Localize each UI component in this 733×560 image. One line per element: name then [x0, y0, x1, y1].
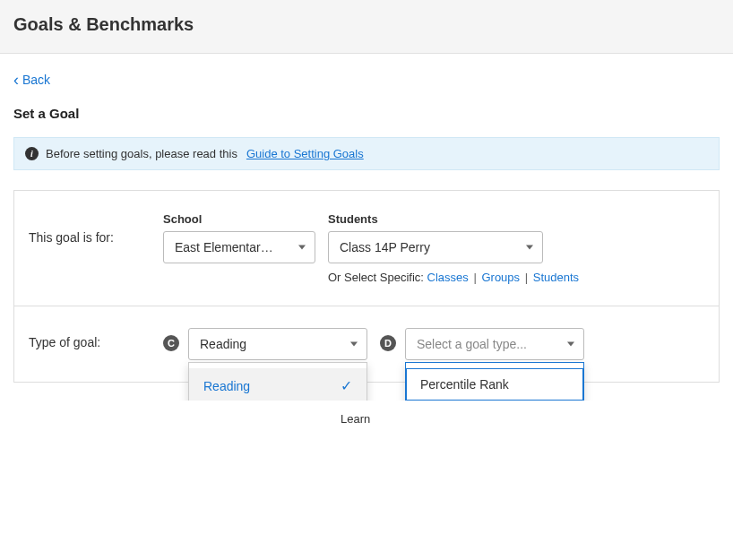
info-icon: i — [25, 147, 39, 160]
caret-down-icon — [567, 342, 574, 347]
students-label: Students — [328, 212, 579, 226]
goal-subject-dropdown[interactable]: Reading Reading ✓ Reading Spanish — [188, 328, 367, 360]
page-title: Goals & Benchmarks — [13, 14, 720, 35]
school-field: School East Elementary Sch… — [163, 212, 315, 263]
back-label: Back — [22, 73, 50, 87]
goal-subject-value: Reading — [200, 337, 246, 351]
caret-down-icon — [298, 246, 306, 250]
type-option-percentile[interactable]: Percentile Rank — [406, 368, 583, 401]
goal-for-label: This goal is for: — [29, 212, 163, 245]
school-label: School — [163, 212, 315, 226]
select-specific: Or Select Specific: Classes | Groups | S… — [328, 271, 579, 284]
school-dropdown[interactable]: East Elementary Sch… — [163, 231, 315, 263]
check-icon: ✓ — [341, 377, 352, 394]
badge-c: C — [163, 335, 179, 351]
back-link[interactable]: ‹ Back — [13, 72, 50, 88]
students-field: Students Class 14P Perry Or Select Speci… — [328, 212, 579, 284]
badge-d: D — [380, 335, 396, 351]
guide-link[interactable]: Guide to Setting Goals — [246, 147, 364, 160]
students-dropdown[interactable]: Class 14P Perry — [328, 231, 543, 263]
goal-type-placeholder: Select a goal type... — [417, 337, 527, 351]
subtitle: Set a Goal — [13, 106, 720, 121]
students-value: Class 14P Perry — [340, 240, 430, 254]
school-value: East Elementary Sch… — [175, 240, 278, 254]
goal-panel: This goal is for: School East Elementary… — [13, 190, 720, 383]
groups-link[interactable]: Groups — [481, 271, 520, 284]
type-of-goal-row: Type of goal: C Reading Reading ✓ — [14, 306, 719, 382]
header-bar: Goals & Benchmarks — [0, 0, 733, 54]
caret-down-icon — [526, 246, 533, 250]
students-link[interactable]: Students — [533, 271, 579, 284]
goal-type-dropdown[interactable]: Select a goal type... Percentile Rank Sc… — [405, 328, 584, 360]
info-banner: i Before setting goals, please read this… — [13, 137, 720, 170]
goal-option-reading[interactable]: Reading ✓ — [189, 368, 366, 401]
caret-down-icon — [350, 342, 358, 347]
content-area: ‹ Back Set a Goal i Before setting goals… — [0, 54, 733, 401]
goal-type-menu: Percentile Rank Scaled Score Unified SGP… — [405, 362, 584, 401]
chevron-left-icon: ‹ — [13, 72, 19, 88]
classes-link[interactable]: Classes — [427, 271, 469, 284]
goal-subject-menu: Reading ✓ Reading Spanish Math Math Span… — [188, 362, 367, 401]
info-text: Before setting goals, please read this — [46, 147, 237, 160]
goal-for-row: This goal is for: School East Elementary… — [14, 191, 719, 306]
type-of-goal-label: Type of goal: — [29, 328, 163, 349]
